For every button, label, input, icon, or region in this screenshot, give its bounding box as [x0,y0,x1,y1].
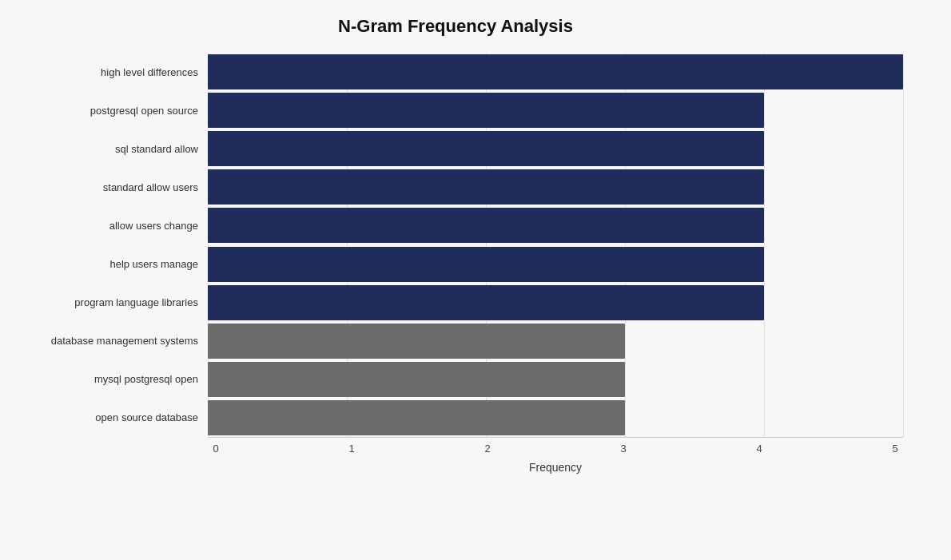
x-ticks: 012345 [208,438,903,455]
bar-row: allow users change [8,206,903,244]
bar-label: allow users change [8,220,208,232]
bar-track [208,247,903,282]
bar-fill [208,285,764,320]
grid-line [903,53,904,437]
bar-row: open source database [8,399,903,437]
bar-track [208,400,903,435]
chart-container: N-Gram Frequency Analysis high level dif… [0,0,951,560]
bar-track [208,285,903,320]
bar-row: program language libraries [8,284,903,322]
x-axis-line [208,437,903,438]
bar-fill [208,324,625,359]
bar-fill [208,362,625,397]
chart-area: high level differencespostgresql open so… [8,53,903,485]
bars-section: high level differencespostgresql open so… [8,53,903,437]
x-tick: 1 [344,443,360,455]
bar-fill [208,208,764,243]
x-tick: 5 [887,443,903,455]
x-tick: 4 [751,443,767,455]
bar-fill [208,131,764,166]
bar-row: mysql postgresql open [8,360,903,399]
x-tick: 3 [615,443,631,455]
bar-label: open source database [8,411,208,423]
bar-track [208,131,903,166]
bar-track [208,362,903,397]
bar-fill [208,247,764,282]
bar-label: sql standard allow [8,143,208,155]
bar-fill [208,400,625,435]
bar-row: standard allow users [8,168,903,206]
bar-label: help users manage [8,258,208,270]
bar-row: database management systems [8,322,903,360]
bar-track [208,324,903,359]
bar-row: sql standard allow [8,129,903,168]
x-tick: 2 [479,443,495,455]
bar-label: mysql postgresql open [8,373,208,385]
bar-fill [208,54,903,89]
chart-title: N-Gram Frequency Analysis [8,16,903,37]
bar-track [208,54,903,89]
bar-fill [208,169,764,205]
bar-label: database management systems [8,335,208,347]
bar-label: high level differences [8,66,208,78]
bar-label: program language libraries [8,296,208,308]
bar-track [208,93,903,128]
bar-row: help users manage [8,244,903,283]
x-axis-section: 012345 Frequency [208,437,903,485]
bar-label: postgresql open source [8,105,208,117]
x-tick: 0 [208,443,224,455]
bar-row: postgresql open source [8,91,903,129]
bar-track [208,169,903,205]
bar-track [208,208,903,243]
bar-fill [208,93,764,128]
bar-label: standard allow users [8,181,208,193]
bar-row: high level differences [8,53,903,91]
x-axis-label: Frequency [208,461,903,474]
